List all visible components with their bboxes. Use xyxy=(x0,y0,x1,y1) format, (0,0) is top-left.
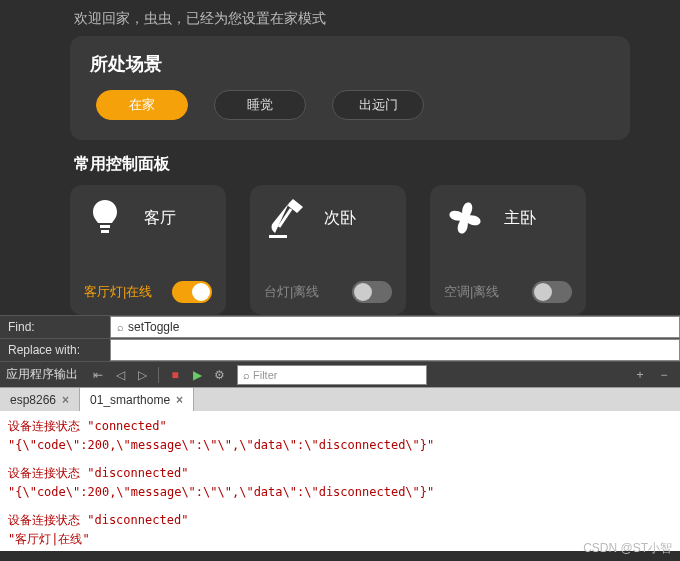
toggle-secondbedroom[interactable] xyxy=(352,281,392,303)
find-bar: Find: ⌕ setToggle xyxy=(0,315,680,338)
search-icon: ⌕ xyxy=(117,321,124,333)
find-value: setToggle xyxy=(128,320,179,334)
replace-input[interactable] xyxy=(110,339,680,361)
replace-label: Replace with: xyxy=(0,339,110,361)
smarthome-preview: 欢迎回家，虫虫，已经为您设置在家模式 所处场景 在家 睡觉 出远门 常用控制面板… xyxy=(0,0,680,315)
card-masterbedroom: 主卧 空调|离线 xyxy=(430,185,586,315)
card-secondbedroom: 次卧 台灯|离线 xyxy=(250,185,406,315)
log-line: 设备连接状态 "disconnected" xyxy=(8,464,672,482)
tab-label: 01_smarthome xyxy=(90,393,170,407)
filter-placeholder: Filter xyxy=(253,369,277,381)
stop-icon[interactable]: ■ xyxy=(165,365,185,385)
panel-title: 常用控制面板 xyxy=(70,154,630,175)
tab-label: esp8266 xyxy=(10,393,56,407)
scene-panel: 所处场景 在家 睡觉 出远门 xyxy=(70,36,630,140)
minus-icon[interactable]: − xyxy=(654,365,674,385)
replace-bar: Replace with: xyxy=(0,338,680,361)
tab-esp8266[interactable]: esp8266 × xyxy=(0,388,80,411)
log-line: 设备连接状态 "connected" xyxy=(8,417,672,435)
gear-icon[interactable]: ⚙ xyxy=(209,365,229,385)
card-room-label: 主卧 xyxy=(504,208,536,229)
card-livingroom: 客厅 客厅灯|在线 xyxy=(70,185,226,315)
welcome-text: 欢迎回家，虫虫，已经为您设置在家模式 xyxy=(70,10,630,28)
close-icon[interactable]: × xyxy=(176,393,183,407)
scene-btn-home[interactable]: 在家 xyxy=(96,90,188,120)
scene-buttons: 在家 睡觉 出远门 xyxy=(90,90,610,120)
output-label: 应用程序输出 xyxy=(6,366,78,383)
device-cards: 客厅 客厅灯|在线 次卧 台灯|离线 xyxy=(70,185,630,315)
card-room-label: 客厅 xyxy=(144,208,176,229)
step-icon[interactable]: ⇤ xyxy=(88,365,108,385)
fan-icon xyxy=(444,197,486,239)
card-status: 客厅灯|在线 xyxy=(84,283,152,301)
run-icon[interactable]: ▶ xyxy=(187,365,207,385)
search-icon: ⌕ xyxy=(243,369,250,381)
log-line: "客厅灯|在线" xyxy=(8,530,672,548)
lamp-icon xyxy=(264,197,306,239)
card-status: 空调|离线 xyxy=(444,283,499,301)
log-line: "{\"code\":200,\"message\":\"\",\"data\"… xyxy=(8,436,672,454)
find-input[interactable]: ⌕ setToggle xyxy=(110,316,680,338)
card-status: 台灯|离线 xyxy=(264,283,319,301)
prev-icon[interactable]: ◁ xyxy=(110,365,130,385)
filter-input[interactable]: ⌕ Filter xyxy=(237,365,427,385)
tab-smarthome[interactable]: 01_smarthome × xyxy=(80,388,194,411)
scene-btn-away[interactable]: 出远门 xyxy=(332,90,424,120)
output-tabs: esp8266 × 01_smarthome × xyxy=(0,387,680,411)
toggle-livingroom[interactable] xyxy=(172,281,212,303)
scene-title: 所处场景 xyxy=(90,52,610,76)
bulb-icon xyxy=(84,197,126,239)
console-output[interactable]: 设备连接状态 "connected" "{\"code\":200,\"mess… xyxy=(0,411,680,551)
separator xyxy=(158,367,159,383)
close-icon[interactable]: × xyxy=(62,393,69,407)
next-icon[interactable]: ▷ xyxy=(132,365,152,385)
log-line: "{\"code\":200,\"message\":\"\",\"data\"… xyxy=(8,483,672,501)
plus-icon[interactable]: + xyxy=(630,365,650,385)
card-room-label: 次卧 xyxy=(324,208,356,229)
toggle-masterbedroom[interactable] xyxy=(532,281,572,303)
output-toolbar: 应用程序输出 ⇤ ◁ ▷ ■ ▶ ⚙ ⌕ Filter + − xyxy=(0,361,680,387)
scene-btn-sleep[interactable]: 睡觉 xyxy=(214,90,306,120)
find-label: Find: xyxy=(0,316,110,338)
log-line: 设备连接状态 "disconnected" xyxy=(8,511,672,529)
